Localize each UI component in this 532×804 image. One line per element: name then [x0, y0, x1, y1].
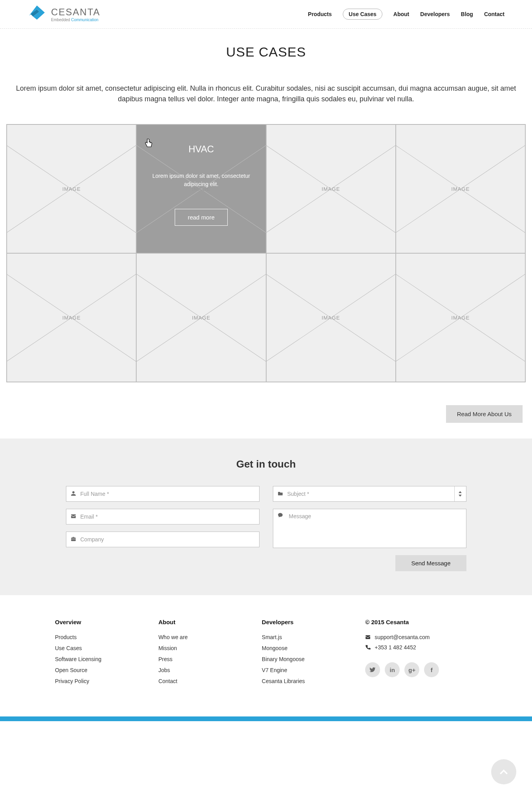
grid-cell-title: HVAC — [188, 144, 214, 155]
grid-cell-readmore-button[interactable]: read more — [175, 209, 227, 226]
footer: OverviewProductsUse CasesSoftware Licens… — [0, 595, 532, 716]
social-google-plus-icon[interactable]: g+ — [404, 662, 419, 677]
subject-select[interactable] — [287, 486, 454, 501]
email-input[interactable] — [80, 509, 259, 524]
logo[interactable]: CESANTA Embedded Communication — [27, 5, 101, 24]
speech-icon — [273, 512, 287, 519]
page-title: USE CASES — [0, 44, 532, 60]
folder-icon — [273, 491, 287, 497]
social-twitter-icon[interactable] — [365, 662, 380, 677]
image-placeholder-label: IMAGE — [451, 186, 470, 192]
footer-heading: Overview — [55, 619, 135, 625]
footer-link[interactable]: Smart.js — [262, 634, 342, 640]
company-input-wrap — [66, 532, 260, 547]
footer-copyright: © 2015 Cesanta — [365, 619, 477, 625]
svg-marker-2 — [459, 491, 462, 493]
phone-icon — [365, 645, 371, 650]
name-input[interactable] — [80, 486, 259, 501]
social-facebook-icon[interactable]: f — [424, 662, 439, 677]
email-input-wrap — [66, 509, 260, 524]
footer-phone[interactable]: +353 1 482 4452 — [365, 644, 477, 651]
footer-heading: About — [158, 619, 238, 625]
grid-cell[interactable]: IMAGE — [396, 124, 525, 253]
message-textarea-wrap — [273, 509, 466, 548]
message-textarea[interactable] — [289, 513, 461, 544]
footer-link[interactable]: Cesanta Libraries — [262, 678, 342, 684]
grid-cell[interactable]: IMAGE — [7, 124, 136, 253]
person-icon — [66, 491, 80, 497]
svg-marker-3 — [459, 495, 462, 497]
grid-cell[interactable]: IMAGE — [266, 124, 396, 253]
header: CESANTA Embedded Communication ProductsU… — [0, 0, 532, 29]
image-placeholder-label: IMAGE — [62, 186, 81, 192]
grid-cell[interactable]: IMAGE — [396, 253, 525, 382]
footer-link[interactable]: Software Licensing — [55, 656, 135, 662]
image-placeholder-label: IMAGE — [451, 315, 470, 321]
grid-cell[interactable]: IMAGE — [266, 253, 396, 382]
subject-select-wrap[interactable] — [273, 486, 466, 502]
footer-column: AboutWho we areMissionPressJobsContact — [158, 619, 238, 689]
briefcase-icon — [66, 536, 80, 543]
grid-cell[interactable]: IMAGE — [136, 253, 266, 382]
footer-column: DevelopersSmart.jsMongooseBinary Mongoos… — [262, 619, 342, 689]
footer-heading: Developers — [262, 619, 342, 625]
main-nav: ProductsUse CasesAboutDevelopersBlogCont… — [308, 9, 505, 20]
name-input-wrap — [66, 486, 260, 502]
social-linkedin-icon[interactable]: in — [385, 662, 400, 677]
nav-products[interactable]: Products — [308, 11, 332, 17]
footer-link[interactable]: Mongoose — [262, 645, 342, 651]
brand-tagline: Embedded Communication — [51, 18, 101, 22]
nav-contact[interactable]: Contact — [484, 11, 505, 17]
footer-link[interactable]: Products — [55, 634, 135, 640]
company-input[interactable] — [80, 532, 259, 547]
footer-column: OverviewProductsUse CasesSoftware Licens… — [55, 619, 135, 689]
footer-contact-column: © 2015 Cesantasupport@cesanta.com+353 1 … — [365, 619, 477, 689]
footer-email[interactable]: support@cesanta.com — [365, 634, 477, 640]
chevron-updown-icon — [454, 486, 466, 501]
footer-link[interactable]: Privacy Policy — [55, 678, 135, 684]
send-message-button[interactable]: Send Message — [395, 555, 466, 571]
social-row: ing+f — [365, 662, 477, 677]
image-placeholder-label: IMAGE — [192, 315, 210, 321]
footer-link[interactable]: Press — [158, 656, 238, 662]
image-placeholder-label: IMAGE — [322, 315, 340, 321]
nav-about[interactable]: About — [393, 11, 409, 17]
logo-icon — [27, 5, 46, 24]
use-case-grid: IMAGEIMAGEHVACLorem ipsum dolor sit amet… — [6, 124, 526, 382]
footer-link[interactable]: Use Cases — [55, 645, 135, 651]
pointer-cursor-icon — [144, 138, 153, 151]
nav-blog[interactable]: Blog — [461, 11, 473, 17]
read-more-about-button[interactable]: Read More About Us — [446, 405, 523, 423]
footer-link[interactable]: Who we are — [158, 634, 238, 640]
grid-cell-hover: HVACLorem ipsum dolor sit amet, consecte… — [137, 125, 265, 253]
contact-section: Get in touch — [0, 439, 532, 595]
grid-cell[interactable]: IMAGE — [7, 253, 136, 382]
footer-link[interactable]: Open Source — [55, 667, 135, 673]
intro-text: Lorem ipsum dolor sit amet, consectetur … — [0, 83, 532, 104]
grid-cell[interactable]: IMAGEHVACLorem ipsum dolor sit amet, con… — [136, 124, 266, 253]
contact-title: Get in touch — [0, 458, 532, 470]
image-placeholder-label: IMAGE — [322, 186, 340, 192]
image-placeholder-label: IMAGE — [62, 315, 81, 321]
grid-cell-desc: Lorem ipsum dolor sit amet, consectetur … — [148, 172, 254, 188]
brand-name: CESANTA — [51, 7, 101, 18]
nav-use-cases[interactable]: Use Cases — [343, 9, 382, 20]
footer-link[interactable]: Contact — [158, 678, 238, 684]
envelope-icon — [365, 634, 371, 640]
footer-link[interactable]: Binary Mongoose — [262, 656, 342, 662]
footer-link[interactable]: Mission — [158, 645, 238, 651]
nav-developers[interactable]: Developers — [420, 11, 450, 17]
bottom-accent-bar — [0, 716, 532, 721]
footer-link[interactable]: Jobs — [158, 667, 238, 673]
footer-link[interactable]: V7 Engine — [262, 667, 342, 673]
envelope-icon — [66, 513, 80, 520]
